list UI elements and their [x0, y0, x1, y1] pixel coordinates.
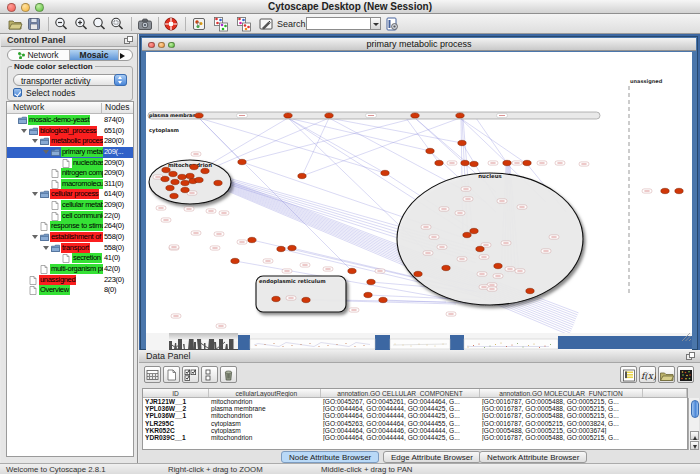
tab-node-attribute-browser[interactable]: Node Attribute Browser	[281, 451, 379, 463]
tree-row-label[interactable]: establishment of lo	[50, 232, 103, 242]
column-header[interactable]: ID	[143, 389, 209, 397]
network-window-titlebar[interactable]: primary metabolic process	[142, 38, 696, 51]
network-close-button[interactable]	[148, 42, 155, 49]
tree-row[interactable]: biological_process651(0)	[7, 126, 133, 137]
node-color-combobox[interactable]: transporter activity	[13, 74, 127, 86]
network-minimize-button[interactable]	[158, 42, 165, 49]
merge-networks-icon[interactable]	[213, 16, 229, 32]
search-dropdown-arrow[interactable]	[371, 17, 381, 30]
tree-row[interactable]: response to stimul264(0)	[7, 221, 133, 232]
scroll-down-icon[interactable]	[690, 441, 699, 450]
scrollbar-thumb[interactable]	[691, 400, 699, 418]
tree-row-label[interactable]: biological_process	[39, 126, 97, 136]
search-input[interactable]	[306, 17, 371, 30]
scroll-up-icon[interactable]	[690, 431, 699, 440]
tree-expand-icon[interactable]	[21, 129, 27, 136]
tree-row-label[interactable]: Overview	[39, 285, 70, 295]
network-canvas[interactable]: mitochondrionnucleusendoplasmic reticulu…	[146, 52, 692, 352]
open-file-icon[interactable]	[7, 16, 23, 32]
table-row[interactable]: YKR052Ccytoplasm[GO:0044464, GO:0044446,…	[143, 427, 687, 434]
table-row[interactable]: YDR039C__1mitochondrion[GO:0044464, GO:0…	[143, 434, 687, 441]
zoom-out-icon[interactable]	[53, 16, 69, 32]
tab-overflow-button[interactable]	[118, 50, 132, 60]
tree-row[interactable]: unassigned223(0)	[7, 275, 133, 286]
tree-row[interactable]: mosaic-demo-yeast874(0)	[7, 115, 133, 126]
tree-row[interactable]: nucleobase-209(0)	[7, 158, 133, 169]
tree-row-label[interactable]: cell communicat	[61, 211, 103, 221]
tab-edge-attribute-browser[interactable]: Edge Attribute Browser	[383, 451, 481, 463]
tree-row[interactable]: secretion41(0)	[7, 253, 133, 264]
table-scrollbar[interactable]	[688, 398, 699, 450]
tree-row[interactable]: cell communicat22(0)	[7, 211, 133, 222]
tree-column-network[interactable]: Network	[13, 102, 44, 112]
tree-expand-icon[interactable]	[32, 139, 38, 146]
table-row[interactable]: YPL036W__1mitochondrion[GO:0044464, GO:0…	[143, 412, 687, 419]
tree-row-label[interactable]: cellular process	[50, 189, 99, 199]
matrix-icon[interactable]	[677, 366, 694, 383]
tree-expand-icon[interactable]	[32, 235, 38, 242]
tree-row[interactable]: establishment of lo558(0)	[7, 232, 133, 243]
import-attributes-icon[interactable]	[658, 366, 675, 383]
tree-expand-icon[interactable]	[43, 150, 49, 157]
tree-row[interactable]: cellular process614(0)	[7, 189, 133, 200]
column-header[interactable]: _cellularLayoutRegion	[209, 389, 321, 397]
tree-row-label[interactable]: multi-organism pro	[50, 264, 103, 274]
tree-row-label[interactable]: metabolic process	[50, 136, 103, 146]
tab-network[interactable]: Network	[8, 50, 70, 60]
tree-expand-icon[interactable]	[32, 192, 38, 199]
tree-row[interactable]: metabolic process280(0)	[7, 136, 133, 147]
tree-row-label[interactable]: mosaic-demo-yeast	[28, 115, 90, 125]
float-data-panel-icon[interactable]	[686, 352, 695, 360]
network-zoom-button[interactable]	[168, 42, 175, 49]
combobox-stepper-icon[interactable]	[114, 74, 127, 86]
close-button[interactable]	[7, 3, 16, 12]
decoration	[689, 352, 695, 358]
tree-row[interactable]: multi-organism pro42(0)	[7, 264, 133, 275]
help-icon[interactable]	[163, 16, 179, 32]
formula-icon[interactable]: f(x)	[639, 366, 656, 383]
tree-row-label[interactable]: macromolecule	[61, 179, 103, 189]
tab-network-attribute-browser[interactable]: Network Attribute Browser	[479, 451, 587, 463]
table-row[interactable]: YLR295Ccytoplasm[GO:0045263, GO:0044464,…	[143, 420, 687, 427]
table-row[interactable]: YJR121W__1mitochondrion[GO:0045267, GO:0…	[143, 398, 687, 405]
table-row[interactable]: YPL036W__2plasma membrane[GO:0044464, GO…	[143, 405, 687, 412]
zoom-fit-icon[interactable]	[109, 16, 125, 32]
tree-row-label[interactable]: cellular metabol	[61, 200, 103, 210]
search-options-icon[interactable]	[384, 16, 400, 32]
annotation-icon[interactable]	[258, 16, 274, 32]
tree-row[interactable]: nitrogen compo209(0)	[7, 168, 133, 179]
minimize-button[interactable]	[21, 3, 30, 12]
unselect-attributes-icon[interactable]	[201, 366, 218, 383]
zoom-button[interactable]	[35, 3, 44, 12]
table-mode-icon[interactable]	[144, 366, 161, 383]
zoom-selected-icon[interactable]	[91, 16, 107, 32]
compare-networks-icon[interactable]	[236, 16, 252, 32]
save-session-icon[interactable]	[26, 16, 42, 32]
new-attribute-icon[interactable]	[163, 366, 180, 383]
tree-row-label[interactable]: response to stimul	[50, 221, 103, 231]
tab-mosaic[interactable]: Mosaic	[70, 50, 118, 60]
tree-row[interactable]: Overview8(0)	[7, 285, 133, 296]
column-header[interactable]: annotation.GO CELLULAR_COMPONENT	[321, 389, 480, 397]
tree-expand-icon[interactable]	[43, 246, 49, 253]
zoom-in-icon[interactable]	[73, 16, 89, 32]
float-panel-icon[interactable]	[124, 36, 133, 44]
export-image-icon[interactable]	[137, 16, 153, 32]
tree-row-label[interactable]: secretion	[72, 253, 102, 263]
delete-attribute-icon[interactable]	[220, 366, 237, 383]
attribute-file-icon[interactable]	[620, 366, 637, 383]
vizmapper-icon[interactable]	[191, 16, 207, 32]
tree-row[interactable]: transport558(0)	[7, 243, 133, 254]
tree-column-nodes[interactable]: Nodes	[105, 102, 130, 112]
select-attributes-icon[interactable]	[182, 366, 199, 383]
tree-row-label[interactable]: transport	[61, 243, 90, 253]
tree-row-label[interactable]: primary metabo	[61, 147, 103, 157]
tree-row[interactable]: primary metabo209(...	[7, 147, 133, 158]
tree-row-label[interactable]: unassigned	[39, 275, 76, 285]
column-header[interactable]: annotation.GO MOLECULAR_FUNCTION	[480, 389, 643, 397]
tree-row[interactable]: macromolecule311(0)	[7, 179, 133, 190]
tree-row-label[interactable]: nucleobase-	[72, 158, 103, 168]
tree-row[interactable]: cellular metabol209(0)	[7, 200, 133, 211]
select-nodes-checkbox[interactable]	[13, 88, 22, 97]
tree-row-label[interactable]: nitrogen compo	[61, 168, 103, 178]
